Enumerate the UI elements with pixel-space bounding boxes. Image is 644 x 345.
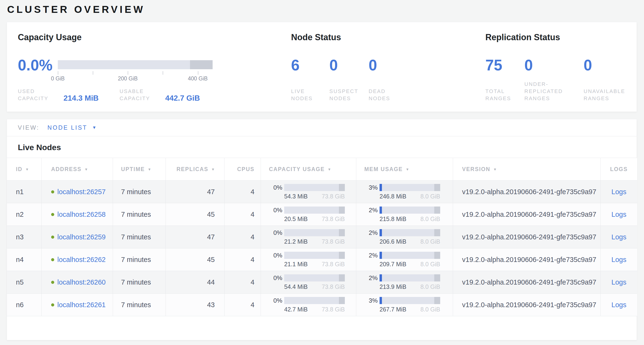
node-replicas-cell: 45 <box>166 248 224 271</box>
column-header-mem[interactable]: MEM USAGE▼ <box>356 158 453 181</box>
node-address-link[interactable]: localhost:26262 <box>57 256 106 264</box>
mem-bar-row: 2% <box>364 252 440 259</box>
mem-percent: 3% <box>364 297 378 304</box>
capacity-bar-group: 0%20.5 MiB73.8 GiB <box>269 206 345 222</box>
column-header-version[interactable]: VERSION▼ <box>453 158 600 181</box>
node-live-status-icon <box>51 190 54 193</box>
capacity-percent: 0% <box>269 206 282 214</box>
capacity-bar-row: 0% <box>269 274 345 282</box>
mem-bar-row: 2% <box>364 206 440 214</box>
node-logs-link[interactable]: Logs <box>612 233 626 241</box>
mem-bar-fill <box>380 252 382 259</box>
capacity-total-value: 73.8 GiB <box>322 283 345 290</box>
node-live-status-icon <box>51 281 54 284</box>
column-header-uptime[interactable]: UPTIME▼ <box>113 158 166 181</box>
stat-value: 214.3 MiB <box>64 94 99 102</box>
stat-label: DEADNODES <box>368 88 390 102</box>
node-uptime-cell: 7 minutes <box>113 271 166 294</box>
node-address-cell: localhost:26258 <box>42 203 113 226</box>
capacity-percent: 0% <box>269 229 282 236</box>
mem-bar-values: 246.8 MiB8.0 GiB <box>380 193 440 200</box>
node-logs-link[interactable]: Logs <box>612 211 626 218</box>
replication-status-heading: Replication Status <box>486 33 626 42</box>
node-address-link[interactable]: localhost:26261 <box>57 301 106 309</box>
column-header-id[interactable]: ID▼ <box>7 158 42 181</box>
mem-percent: 2% <box>364 252 378 259</box>
node-logs-link[interactable]: Logs <box>612 301 626 309</box>
mem-bar-group: 2%209.7 MiB8.0 GiB <box>364 252 440 268</box>
capacity-usage-cell: 0%21.1 MiB73.8 GiB <box>261 248 356 271</box>
capacity-bar-track <box>284 297 345 304</box>
node-live-status-icon <box>51 303 54 306</box>
capacity-bar-group: 0%42.7 MiB73.8 GiB <box>269 297 345 313</box>
capacity-usage-cell: 0%42.7 MiB73.8 GiB <box>261 294 356 316</box>
node-version-cell: v19.2.0-alpha.20190606-2491-gfe735c9a97 <box>453 248 600 271</box>
mem-percent: 2% <box>364 206 378 214</box>
capacity-bar-group: 0%54.3 MiB73.8 GiB <box>269 184 345 200</box>
node-address-link[interactable]: localhost:26259 <box>57 233 106 241</box>
mem-bar-reserved <box>434 184 440 191</box>
stat-value: 75 <box>486 57 524 73</box>
capacity-bar-row: 0% <box>269 184 345 191</box>
node-logs-cell: Logs <box>600 271 637 294</box>
mem-bar-fill <box>380 206 382 214</box>
node-version-cell: v19.2.0-alpha.20190606-2491-gfe735c9a97 <box>453 203 600 226</box>
capacity-axis-label: 0 GiB <box>51 75 65 82</box>
mem-used-value: 267.7 MiB <box>380 306 406 313</box>
mem-used-value: 213.9 MiB <box>380 283 406 290</box>
capacity-used-value: 54.3 MiB <box>284 193 308 200</box>
view-mode-selected: NODE LIST <box>47 124 87 131</box>
node-uptime-cell: 7 minutes <box>113 203 166 226</box>
mem-used-value: 246.8 MiB <box>380 193 406 200</box>
live-nodes-table: ID▼ADDRESS▼UPTIME▼REPLICAS▼CPUSCAPACITY … <box>7 158 637 316</box>
node-id-cell: n5 <box>7 271 42 294</box>
node-id-cell: n3 <box>7 226 42 248</box>
node-address-cell: localhost:26257 <box>42 181 113 203</box>
mem-bar-track <box>380 274 440 281</box>
node-cpus-cell: 4 <box>224 226 261 248</box>
node-live-status-icon <box>51 236 54 239</box>
capacity-used-value: 21.1 MiB <box>284 261 308 268</box>
node-logs-link[interactable]: Logs <box>612 256 626 264</box>
mem-bar-track <box>380 229 440 236</box>
node-logs-cell: Logs <box>600 203 637 226</box>
column-header-address[interactable]: ADDRESS▼ <box>42 158 113 181</box>
capacity-percent: 0% <box>269 252 282 259</box>
mem-bar-fill <box>380 184 382 191</box>
capacity-stats: USEDCAPACITY214.3 MiBUSABLECAPACITY442.7… <box>18 88 291 102</box>
capacity-bar-track <box>58 60 212 69</box>
mem-percent: 2% <box>364 229 378 236</box>
mem-bar-track <box>380 252 440 259</box>
capacity-axis-label: 400 GiB <box>188 75 208 82</box>
capacity-bar-reserved <box>339 252 345 259</box>
capacity-bar-row: 0% <box>269 206 345 214</box>
node-address-link[interactable]: localhost:26260 <box>57 278 106 286</box>
mem-bar-reserved <box>434 229 440 236</box>
capacity-used-percent: 0.0% <box>18 57 58 73</box>
node-replicas-cell: 47 <box>166 181 224 203</box>
capacity-percent: 0% <box>269 274 282 282</box>
table-footer <box>7 316 637 338</box>
mem-used-value: 206.6 MiB <box>380 238 406 245</box>
capacity-bar-track <box>284 206 345 214</box>
mem-bar-values: 267.7 MiB8.0 GiB <box>380 306 440 313</box>
sort-arrow-icon: ▼ <box>25 167 29 171</box>
column-header-replicas[interactable]: REPLICAS▼ <box>166 158 224 181</box>
node-cpus-cell: 4 <box>224 271 261 294</box>
capacity-bar-reserved <box>339 229 345 236</box>
mem-usage-cell: 2%209.7 MiB8.0 GiB <box>356 248 453 271</box>
view-label: VIEW: <box>18 124 39 131</box>
mem-percent: 2% <box>364 274 378 282</box>
page-title: CLUSTER OVERVIEW <box>7 4 644 15</box>
node-logs-link[interactable]: Logs <box>612 188 626 196</box>
node-status-heading: Node Status <box>291 33 486 42</box>
node-address-link[interactable]: localhost:26258 <box>57 211 106 218</box>
capacity-bar-values: 21.2 MiB73.8 GiB <box>284 238 345 245</box>
capacity-total-value: 73.8 GiB <box>322 261 345 268</box>
column-header-capacity[interactable]: CAPACITY USAGE▼ <box>261 158 356 181</box>
node-logs-cell: Logs <box>600 294 637 316</box>
view-mode-dropdown[interactable]: NODE LIST ▼ <box>47 124 96 131</box>
node-address-link[interactable]: localhost:26257 <box>57 188 106 196</box>
capacity-usage-cell: 0%54.4 MiB73.8 GiB <box>261 271 356 294</box>
node-logs-link[interactable]: Logs <box>612 278 626 286</box>
